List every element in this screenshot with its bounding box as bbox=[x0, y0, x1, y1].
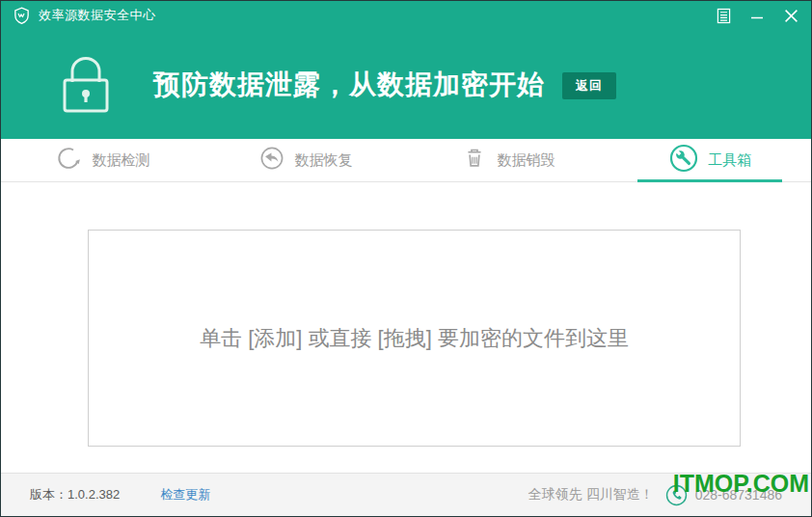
dropzone-hint: 单击 [添加] 或直接 [拖拽] 要加密的文件到这里 bbox=[200, 324, 629, 353]
tab-data-recover[interactable]: 数据恢复 bbox=[203, 139, 406, 181]
tabbar: 数据检测 数据恢复 数据销毁 bbox=[1, 139, 811, 182]
minimize-button[interactable] bbox=[748, 7, 766, 24]
close-button[interactable] bbox=[782, 7, 799, 24]
shield-logo-icon bbox=[13, 7, 31, 25]
scan-circle-icon bbox=[55, 144, 84, 177]
tab-data-destroy[interactable]: 数据销毁 bbox=[406, 139, 609, 181]
padlock-icon bbox=[55, 55, 117, 115]
slogan-text: 全球领先 四川智造！ bbox=[528, 486, 654, 503]
titlebar: 效率源数据安全中心 bbox=[1, 1, 811, 30]
banner-headline: 预防数据泄露，从数据加密开始 bbox=[153, 67, 545, 103]
tab-label: 数据销毁 bbox=[498, 151, 555, 170]
check-update-link[interactable]: 检查更新 bbox=[160, 486, 210, 503]
tab-label: 数据检测 bbox=[93, 151, 150, 170]
trash-icon bbox=[460, 144, 489, 177]
banner: 预防数据泄露，从数据加密开始 返回 bbox=[1, 30, 811, 139]
tab-data-detect[interactable]: 数据检测 bbox=[1, 139, 203, 181]
back-button[interactable]: 返回 bbox=[562, 72, 616, 99]
version-label: 版本：1.0.2.382 bbox=[30, 486, 120, 503]
app-window: 效率源数据安全中心 bbox=[0, 0, 812, 517]
restore-arrow-icon bbox=[257, 144, 286, 177]
tab-label: 工具箱 bbox=[708, 151, 751, 170]
window-controls bbox=[715, 7, 799, 24]
encrypt-dropzone[interactable]: 单击 [添加] 或直接 [拖拽] 要加密的文件到这里 bbox=[88, 230, 741, 447]
document-log-icon[interactable] bbox=[715, 7, 732, 24]
wrench-icon bbox=[668, 143, 699, 177]
tab-toolbox[interactable]: 工具箱 bbox=[609, 139, 811, 181]
main-content: 单击 [添加] 或直接 [拖拽] 要加密的文件到这里 bbox=[1, 182, 811, 474]
watermark: ITMOP.COM bbox=[673, 470, 809, 498]
window-title: 效率源数据安全中心 bbox=[39, 7, 156, 24]
tab-label: 数据恢复 bbox=[295, 151, 353, 170]
